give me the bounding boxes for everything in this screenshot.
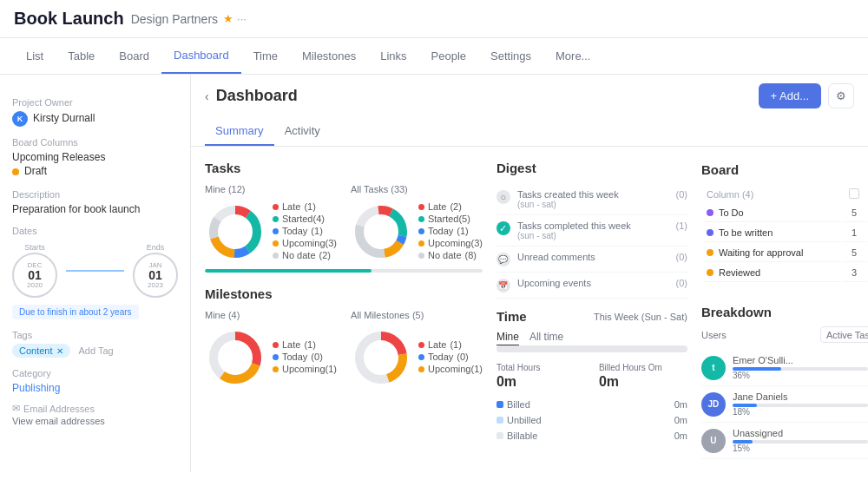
- content-tag[interactable]: Content ✕: [12, 344, 70, 358]
- billed-dot: [496, 401, 503, 408]
- milestone-mine-row: Late (1) Today (0): [205, 327, 337, 388]
- unbilled-dot: [496, 417, 503, 424]
- tasks-completed-icon: ✓: [496, 221, 510, 235]
- breakdown-header: Breakdown: [701, 305, 868, 319]
- m-mine-late: Late (1): [273, 339, 337, 350]
- milestones-donuts: Mine (4): [205, 310, 483, 388]
- add-tag-button[interactable]: Add Tag: [79, 345, 114, 356]
- all-started-dot: [418, 216, 424, 222]
- add-button[interactable]: + Add...: [759, 83, 821, 108]
- time-header: Time This Week (Sun - Sat): [496, 309, 687, 324]
- nav-settings[interactable]: Settings: [478, 39, 543, 73]
- time-tab-mine[interactable]: Mine: [496, 331, 519, 345]
- m-all-late: Late (1): [418, 339, 483, 350]
- board-table: Column (4) To Do 5 3: [701, 185, 868, 284]
- today-dot: [273, 228, 279, 234]
- user-row-1: JD Jane Daniels 18% 6: [701, 386, 868, 423]
- nav-table[interactable]: Table: [56, 39, 107, 73]
- project-title: Book Launch: [14, 9, 124, 29]
- filter-dropdown[interactable]: Active Tasks ▾: [820, 326, 868, 343]
- milestone-mine-list: Late (1) Today (0): [273, 339, 337, 376]
- user-row-2: U Unassigned 15% 5: [701, 423, 868, 459]
- nav-list[interactable]: List: [14, 39, 56, 73]
- all-upcoming-dot: [418, 240, 424, 247]
- left-column: Tasks Mine (12): [205, 161, 483, 459]
- time-tabs: Mine All time: [496, 331, 687, 345]
- duration-badge: Due to finish in about 2 years: [12, 305, 139, 319]
- draft-dot: [12, 168, 19, 175]
- user-row-0: t Emer O'Sulli... 36% 12: [701, 350, 868, 386]
- end-label: Ends: [147, 243, 165, 252]
- events-icon: 📅: [496, 279, 510, 293]
- owner-avatar: K: [12, 111, 28, 127]
- milestone-mine-chart: [205, 327, 266, 388]
- user-avatar-2: U: [701, 429, 726, 453]
- milestones-card: Milestones Mine (4): [205, 286, 483, 388]
- col-header: Column (4): [703, 187, 841, 202]
- tasks-card: Tasks Mine (12): [205, 161, 483, 273]
- tasks-donuts: Mine (12): [205, 184, 483, 262]
- time-card: Time This Week (Sun - Sat) Mine All time…: [496, 309, 687, 444]
- nav-time[interactable]: Time: [241, 39, 290, 73]
- all-late: Late (2): [418, 201, 483, 212]
- comments-icon: 💬: [496, 253, 510, 266]
- dashboard-settings-button[interactable]: ⚙: [828, 83, 854, 108]
- tags-label: Tags: [12, 330, 178, 340]
- time-bar: [496, 345, 687, 352]
- email-icon: ✉: [12, 403, 20, 414]
- total-hours-metric: Total Hours 0m: [496, 363, 585, 390]
- end-date: JAN 01 2023: [133, 253, 178, 298]
- nav-more[interactable]: More...: [543, 39, 602, 73]
- tasks-progress-fill: [205, 269, 372, 273]
- tags-row: Content ✕ Add Tag: [12, 344, 178, 358]
- nav-dashboard[interactable]: Dashboard: [161, 38, 241, 74]
- nav-board[interactable]: Board: [107, 39, 161, 73]
- mine-milestones: Mine (4): [205, 310, 337, 388]
- right-column: Board ‹ › Column (4): [701, 161, 868, 459]
- all-list: Late (2) Started(5) To: [418, 201, 483, 262]
- mine-today: Today (1): [273, 226, 337, 236]
- all-donut-chart: [351, 201, 411, 262]
- title-row: ‹ Dashboard: [205, 87, 298, 105]
- tag-remove-icon[interactable]: ✕: [56, 346, 63, 356]
- category-value[interactable]: Publishing: [12, 382, 178, 394]
- more-options-icon[interactable]: ···: [237, 12, 247, 25]
- board-title: Board: [701, 162, 739, 177]
- board-columns-label: Board Columns: [12, 137, 178, 148]
- all-late-dot: [418, 204, 424, 210]
- milestone-all-row: Late (1) Today (0): [351, 327, 483, 388]
- all-today: Today (1): [418, 226, 483, 236]
- tab-activity[interactable]: Activity: [274, 117, 331, 146]
- dashboard-tabs: Summary Activity: [191, 117, 868, 147]
- nav-people[interactable]: People: [419, 39, 478, 73]
- mine-started: Started(4): [273, 214, 337, 224]
- star-icon[interactable]: ★: [223, 12, 233, 25]
- all-milestones: All Milestones (5): [351, 310, 483, 388]
- owner-row: K Kirsty Durnall: [12, 111, 178, 127]
- description: Preparation for book launch: [12, 203, 178, 215]
- description-label: Description: [12, 189, 178, 200]
- nav-milestones[interactable]: Milestones: [290, 39, 368, 73]
- billable-row: Billable 0m: [496, 428, 687, 444]
- nav-links[interactable]: Links: [368, 39, 418, 73]
- user-avatar-0: t: [701, 356, 726, 380]
- email-label: Email Addresses: [23, 404, 95, 414]
- all-tasks: All Tasks (33): [351, 184, 483, 262]
- tab-summary[interactable]: Summary: [205, 117, 274, 146]
- breakdown-subheader: Users Active Tasks ▾: [701, 326, 868, 343]
- time-tab-all[interactable]: All time: [529, 331, 563, 345]
- users-label: Users: [701, 330, 727, 340]
- billed-row: Billed 0m: [496, 397, 687, 412]
- collapse-icon[interactable]: ‹: [205, 89, 209, 103]
- mine-upcoming: Upcoming(3): [273, 238, 337, 248]
- layout: Project Owner K Kirsty Durnall Board Col…: [0, 75, 868, 472]
- time-period[interactable]: This Week (Sun - Sat): [594, 312, 687, 322]
- board-row-reviewed: Reviewed 3 0: [703, 264, 868, 282]
- m-all-today: Today (0): [418, 352, 483, 362]
- sidebar: Project Owner K Kirsty Durnall Board Col…: [0, 75, 191, 472]
- mine-donut-row: Late (1) Started(4) To: [205, 201, 337, 262]
- view-email-link[interactable]: View email addresses: [12, 416, 178, 426]
- dashboard-header: ‹ Dashboard + Add... ⚙: [191, 75, 868, 117]
- billed-hours-metric: Billed Hours Om 0m: [599, 363, 687, 390]
- time-metrics: Total Hours 0m Billed Hours Om 0m: [496, 363, 687, 390]
